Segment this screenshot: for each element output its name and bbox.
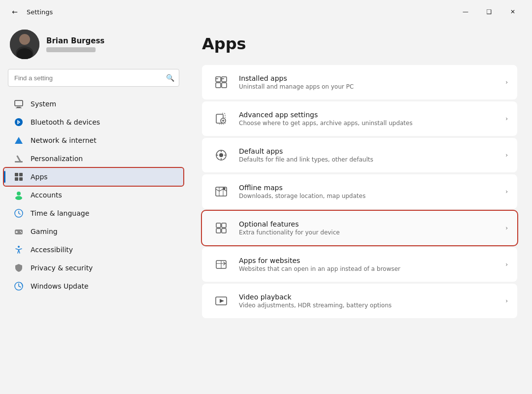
- sidebar-item-system[interactable]: System: [4, 95, 183, 113]
- user-name: Brian Burgess: [46, 36, 104, 45]
- svg-point-15: [17, 192, 21, 196]
- sidebar-item-personalization[interactable]: Personalization: [4, 150, 183, 167]
- svg-rect-44: [222, 229, 226, 233]
- system-label: System: [31, 100, 56, 108]
- sidebar: Brian Burgess 🔍 System: [0, 20, 187, 394]
- settings-list: Installed apps Uninstall and manage apps…: [202, 65, 517, 318]
- advanced-app-settings-subtitle: Choose where to get apps, archive apps, …: [239, 120, 505, 127]
- svg-rect-4: [15, 100, 23, 106]
- minimize-button[interactable]: —: [454, 4, 477, 20]
- svg-rect-27: [216, 83, 221, 88]
- search-icon: 🔍: [166, 74, 174, 82]
- offline-maps-chevron: ›: [505, 188, 508, 195]
- content-area: Apps Installed apps Uninstall an: [187, 20, 532, 394]
- maximize-button[interactable]: ❑: [478, 4, 500, 20]
- svg-rect-42: [222, 223, 226, 228]
- sidebar-item-windows-update[interactable]: Windows Update: [4, 277, 183, 295]
- svg-point-21: [20, 231, 21, 232]
- svg-point-22: [21, 232, 22, 233]
- sidebar-item-time[interactable]: Time & language: [4, 204, 183, 222]
- svg-rect-29: [216, 78, 218, 79]
- svg-rect-26: [222, 77, 227, 82]
- advanced-app-settings-icon: [211, 109, 231, 129]
- sidebar-item-privacy[interactable]: Privacy & security: [4, 259, 183, 277]
- default-apps-subtitle: Defaults for file and link types, other …: [239, 156, 505, 163]
- sidebar-item-bluetooth[interactable]: Bluetooth & devices: [4, 113, 183, 131]
- apps-for-websites-subtitle: Websites that can open in an app instead…: [239, 265, 505, 272]
- windows-update-label: Windows Update: [31, 282, 89, 290]
- accounts-label: Accounts: [31, 191, 62, 199]
- svg-rect-6: [16, 108, 22, 108]
- svg-rect-20: [16, 232, 18, 233]
- installed-apps-chevron: ›: [505, 79, 508, 86]
- sidebar-item-accessibility[interactable]: Accessibility: [4, 241, 183, 259]
- video-playback-chevron: ›: [505, 297, 508, 304]
- optional-features-text: Optional features Extra functionality fo…: [239, 220, 505, 236]
- video-playback-icon: [211, 291, 231, 311]
- user-profile[interactable]: Brian Burgess: [0, 25, 187, 69]
- apps-icon: [14, 172, 24, 182]
- svg-point-1: [19, 34, 30, 45]
- offline-maps-icon: [211, 182, 231, 201]
- default-apps-card[interactable]: Default apps Defaults for file and link …: [202, 138, 517, 172]
- privacy-label: Privacy & security: [31, 264, 93, 272]
- svg-point-7: [15, 118, 23, 126]
- optional-features-card[interactable]: Optional features Extra functionality fo…: [202, 211, 517, 245]
- installed-apps-icon: [211, 72, 231, 92]
- close-button[interactable]: ✕: [501, 4, 524, 20]
- back-button[interactable]: ←: [8, 5, 22, 19]
- video-playback-card[interactable]: Video playback Video adjustments, HDR st…: [202, 284, 517, 318]
- offline-maps-text: Offline maps Downloads, storage location…: [239, 184, 505, 199]
- svg-rect-13: [15, 177, 18, 181]
- apps-for-websites-card[interactable]: Apps for websites Websites that can open…: [202, 247, 517, 282]
- svg-rect-12: [19, 173, 23, 176]
- offline-maps-title: Offline maps: [239, 184, 505, 192]
- video-playback-title: Video playback: [239, 293, 505, 301]
- system-icon: [14, 99, 24, 109]
- windows-update-icon: [14, 281, 24, 291]
- titlebar: ← Settings — ❑ ✕: [0, 0, 532, 20]
- advanced-app-settings-chevron: ›: [505, 115, 508, 122]
- advanced-app-settings-card[interactable]: Advanced app settings Choose where to ge…: [202, 101, 517, 136]
- sidebar-item-accounts[interactable]: Accounts: [4, 186, 183, 204]
- offline-maps-card[interactable]: Offline maps Downloads, storage location…: [202, 174, 517, 209]
- privacy-icon: [14, 263, 24, 273]
- app-title: Settings: [27, 8, 53, 16]
- time-label: Time & language: [31, 209, 89, 217]
- installed-apps-text: Installed apps Uninstall and manage apps…: [239, 74, 505, 90]
- default-apps-title: Default apps: [239, 147, 505, 155]
- sidebar-item-apps[interactable]: Apps: [4, 168, 183, 186]
- apps-label: Apps: [31, 173, 48, 181]
- gaming-icon: [14, 227, 24, 236]
- apps-for-websites-icon: [211, 255, 231, 274]
- video-playback-subtitle: Video adjustments, HDR streaming, batter…: [239, 302, 505, 309]
- optional-features-title: Optional features: [239, 220, 505, 228]
- gaming-label: Gaming: [31, 228, 58, 235]
- default-apps-icon: [211, 145, 231, 165]
- user-info: Brian Burgess: [46, 36, 104, 52]
- svg-point-16: [15, 196, 22, 200]
- apps-for-websites-title: Apps for websites: [239, 257, 505, 264]
- user-account: [46, 47, 96, 52]
- sidebar-item-network[interactable]: Network & internet: [4, 131, 183, 149]
- offline-maps-subtitle: Downloads, storage location, map updates: [239, 193, 505, 199]
- sidebar-item-gaming[interactable]: Gaming: [4, 223, 183, 240]
- installed-apps-subtitle: Uninstall and manage apps on your PC: [239, 83, 505, 90]
- svg-rect-43: [216, 229, 221, 233]
- svg-rect-41: [216, 223, 221, 228]
- network-icon: [14, 135, 24, 145]
- svg-point-34: [219, 153, 223, 157]
- svg-rect-5: [17, 107, 21, 108]
- page-title: Apps: [202, 34, 517, 53]
- svg-rect-9: [15, 161, 23, 163]
- default-apps-chevron: ›: [505, 152, 508, 159]
- search-input[interactable]: [8, 69, 179, 87]
- bluetooth-label: Bluetooth & devices: [31, 118, 100, 126]
- apps-for-websites-text: Apps for websites Websites that can open…: [239, 257, 505, 272]
- installed-apps-card[interactable]: Installed apps Uninstall and manage apps…: [202, 65, 517, 99]
- apps-for-websites-chevron: ›: [505, 261, 508, 268]
- svg-point-40: [223, 188, 226, 190]
- svg-marker-8: [15, 137, 23, 144]
- time-icon: [14, 208, 24, 218]
- search-box: 🔍: [8, 69, 179, 87]
